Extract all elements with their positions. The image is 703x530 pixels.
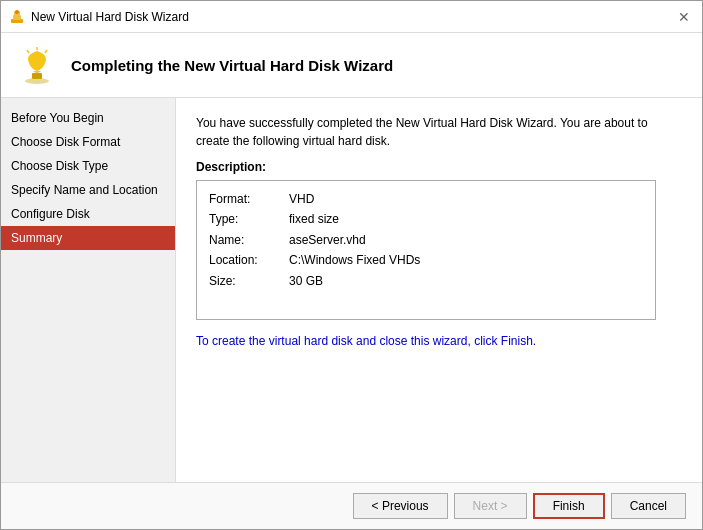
description-label: Description: — [196, 160, 682, 174]
button-bar: < Previous Next > Finish Cancel — [1, 482, 702, 529]
finish-button[interactable]: Finish — [533, 493, 605, 519]
desc-val-size: 30 GB — [289, 271, 323, 291]
sidebar-item-choose-disk-format[interactable]: Choose Disk Format — [1, 130, 175, 154]
desc-row-size: Size: 30 GB — [209, 271, 643, 291]
desc-row-type: Type: fixed size — [209, 209, 643, 229]
desc-val-location: C:\Windows Fixed VHDs — [289, 250, 420, 270]
svg-line-7 — [27, 50, 29, 53]
sidebar-item-configure-disk[interactable]: Configure Disk — [1, 202, 175, 226]
wizard-window: New Virtual Hard Disk Wizard ✕ Completin… — [0, 0, 703, 530]
header-wizard-icon — [17, 45, 57, 85]
intro-text: You have successfully completed the New … — [196, 114, 682, 150]
desc-val-format: VHD — [289, 189, 314, 209]
main-body: You have successfully completed the New … — [196, 114, 682, 466]
footer-text: To create the virtual hard disk and clos… — [196, 334, 682, 348]
desc-key-location: Location: — [209, 250, 279, 270]
desc-key-type: Type: — [209, 209, 279, 229]
sidebar-item-before-you-begin[interactable]: Before You Begin — [1, 106, 175, 130]
wizard-title-icon — [9, 9, 25, 25]
header-title: Completing the New Virtual Hard Disk Wiz… — [71, 57, 393, 74]
next-button[interactable]: Next > — [454, 493, 527, 519]
desc-key-name: Name: — [209, 230, 279, 250]
content-area: Before You Begin Choose Disk Format Choo… — [1, 98, 702, 482]
header-area: Completing the New Virtual Hard Disk Wiz… — [1, 33, 702, 98]
cancel-button[interactable]: Cancel — [611, 493, 686, 519]
sidebar-item-specify-name-location[interactable]: Specify Name and Location — [1, 178, 175, 202]
svg-point-3 — [15, 10, 19, 14]
desc-row-location: Location: C:\Windows Fixed VHDs — [209, 250, 643, 270]
title-bar-text: New Virtual Hard Disk Wizard — [31, 10, 189, 24]
description-box: Format: VHD Type: fixed size Name: aseSe… — [196, 180, 656, 320]
title-bar: New Virtual Hard Disk Wizard ✕ — [1, 1, 702, 33]
title-bar-left: New Virtual Hard Disk Wizard — [9, 9, 189, 25]
desc-key-size: Size: — [209, 271, 279, 291]
desc-val-name: aseServer.vhd — [289, 230, 366, 250]
desc-key-format: Format: — [209, 189, 279, 209]
close-button[interactable]: ✕ — [674, 7, 694, 27]
main-content: You have successfully completed the New … — [176, 98, 702, 482]
sidebar-item-choose-disk-type[interactable]: Choose Disk Type — [1, 154, 175, 178]
svg-line-8 — [45, 50, 47, 53]
desc-row-name: Name: aseServer.vhd — [209, 230, 643, 250]
previous-button[interactable]: < Previous — [353, 493, 448, 519]
svg-rect-5 — [32, 73, 42, 79]
desc-row-format: Format: VHD — [209, 189, 643, 209]
sidebar-item-summary[interactable]: Summary — [1, 226, 175, 250]
desc-val-type: fixed size — [289, 209, 339, 229]
sidebar: Before You Begin Choose Disk Format Choo… — [1, 98, 176, 482]
